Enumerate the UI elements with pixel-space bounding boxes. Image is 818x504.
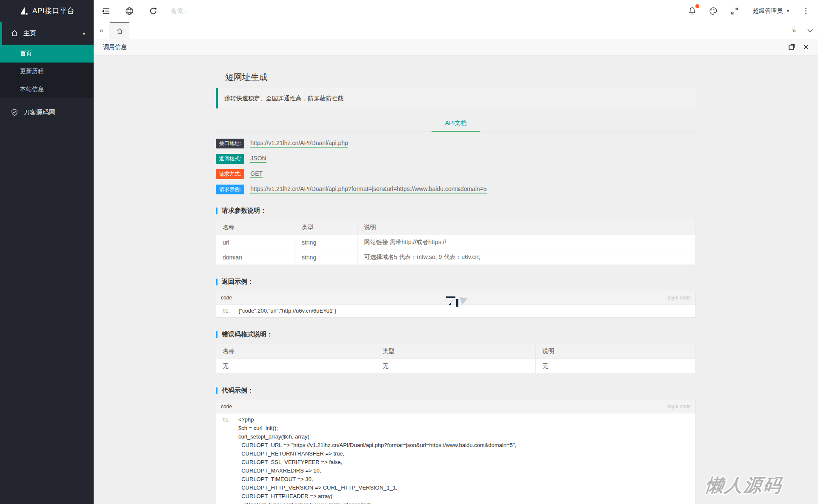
codeblock-body: 01. {"code":200,"url":"http://u6v.cn/6uE… (216, 305, 695, 317)
code-content: <?php $ch = curl_init(); curl_setopt_arr… (233, 413, 695, 504)
tab-bar: « » (94, 22, 818, 39)
refresh-icon[interactable] (141, 0, 165, 22)
code-line: "Content-Type: application/x-www-form-ur… (238, 501, 695, 504)
table-header-cell: 说明 (536, 344, 696, 359)
page-title: 短网址生成 (221, 71, 272, 83)
intro-quote: 跳转快速稳定、全国连通性高，防屏蔽防拦截 (216, 88, 696, 108)
api-field-row: 返回格式: JSON (216, 154, 696, 163)
tabs-scroll-left-icon[interactable]: « (94, 22, 110, 39)
field-label-badge: 返回格式: (216, 154, 244, 163)
sidebar-item-label: 主页 (23, 29, 36, 37)
home-tab-icon (116, 28, 123, 34)
page-content: 短网址生成 跳转快速稳定、全国连通性高，防屏蔽防拦截 API文档 接口地址: h… (94, 56, 818, 504)
sidebar-subitem-label: 首页 (20, 50, 32, 57)
table-header-cell: 名称 (216, 344, 376, 359)
sidebar-item-siteinfo[interactable]: 本站信息 (0, 80, 94, 98)
field-label-badge: 接口地址: (216, 139, 244, 148)
chevron-down-icon: ▼ (786, 9, 790, 13)
theme-palette-icon[interactable] (703, 0, 724, 22)
tabs-scroll-right-icon[interactable]: » (786, 22, 802, 39)
line-number-gutter: 01. (216, 413, 233, 504)
section-title-text: 返回示例： (222, 278, 254, 286)
sidebar-subitem-label: 本站信息 (20, 85, 44, 93)
tabs-menu-icon[interactable] (802, 22, 818, 39)
sidebar-item-label: 刀客源码网 (23, 108, 55, 117)
php-example-codeblock: code layui.code 01. <?php $ch = curl_ini… (216, 400, 696, 504)
request-example-link[interactable]: https://v1.21lhz.cn/API/Duanl/api.php?fo… (250, 185, 486, 194)
return-example-codeblock: code layui.code 01. {"code":200,"url":"h… (216, 291, 696, 318)
table-cell: 网站链接 需带http://或者https:// (358, 235, 696, 250)
section-title-text: 代码示例： (222, 387, 254, 395)
section-title-code-example: 代码示例： (216, 387, 696, 395)
code-line: CURLOPT_MAXREDIRS => 10, (238, 467, 695, 475)
section-marker-icon (216, 387, 217, 394)
app-title: API接口平台 (32, 6, 74, 16)
app-logo[interactable]: API接口平台 (0, 0, 94, 22)
api-field-row: 接口地址: https://v1.21lhz.cn/API/Duanl/api.… (216, 139, 696, 148)
code-line: CURLOPT_RETURNTRANSFER => true, (238, 450, 695, 458)
code-line: {"code":200,"url":"http://u6v.cn/6uEYo1"… (238, 307, 695, 315)
close-icon[interactable]: × (803, 44, 809, 50)
active-indicator-bar (0, 22, 2, 45)
sidebar: API接口平台 主页 ▲ 首页 更新历程 本站信息 刀客源码网 (0, 0, 94, 504)
codeblock-header: code layui.code (216, 400, 695, 413)
section-title-params: 请求参数说明： (216, 207, 696, 215)
table-header-row: 名称 类型 说明 (216, 220, 696, 235)
top-header: 超级管理员 ▼ (94, 0, 818, 22)
sidebar-item-daoke[interactable]: 刀客源码网 (0, 102, 94, 123)
home-icon (10, 29, 19, 37)
shield-check-icon (10, 108, 19, 117)
table-cell: domian (216, 250, 295, 265)
code-content: {"code":200,"url":"http://u6v.cn/6uEYo1"… (233, 305, 695, 317)
params-table: 名称 类型 说明 url string 网站链接 需带http://或者http… (216, 220, 696, 265)
header-left-group (94, 0, 350, 22)
section-title-text: 错误码格式说明： (222, 330, 273, 339)
api-url-link[interactable]: https://v1.21lhz.cn/API/Duanl/api.php (250, 140, 348, 148)
table-cell: 无 (376, 359, 536, 374)
panel-title: 调用信息 (103, 43, 127, 51)
table-header-cell: 说明 (358, 220, 696, 235)
tab-home[interactable] (110, 22, 129, 39)
table-row: 无 无 无 (216, 359, 696, 374)
table-cell: url (216, 235, 295, 250)
search-input[interactable] (171, 8, 350, 14)
table-cell: 无 (536, 359, 696, 374)
restore-window-icon[interactable] (789, 44, 795, 50)
user-menu[interactable]: 超级管理员 ▼ (745, 0, 798, 22)
panel-header: 调用信息 × (94, 39, 818, 56)
codeblock-header: code layui.code (216, 291, 695, 305)
api-field-row: 请求方式: GET (216, 169, 696, 179)
fullscreen-icon[interactable] (724, 0, 745, 22)
table-header-row: 名称 类型 说明 (216, 344, 696, 359)
codeblock-brand: layui.code (668, 404, 691, 410)
field-label-badge: 请求方式: (216, 169, 244, 179)
table-cell: 无 (216, 359, 376, 374)
codeblock-body: 01. <?php $ch = curl_init(); curl_setopt… (216, 413, 695, 504)
table-header-cell: 名称 (216, 220, 295, 235)
request-method-link[interactable]: GET (250, 170, 263, 178)
notification-bell-icon[interactable] (681, 0, 703, 22)
doc-tabs: API文档 (216, 115, 696, 132)
table-row: url string 网站链接 需带http://或者https:// (216, 235, 696, 250)
sidebar-item-home-parent[interactable]: 主页 ▲ (0, 22, 94, 45)
code-line: <?php (238, 416, 695, 424)
tab-api-doc[interactable]: API文档 (432, 115, 481, 132)
codeblock-title: code (221, 404, 232, 410)
section-marker-icon (216, 208, 217, 214)
code-line: $ch = curl_init(); (238, 424, 695, 433)
code-line: CURLOPT_TIMEOUT => 30, (238, 475, 695, 484)
collapse-sidebar-icon[interactable] (94, 0, 117, 22)
table-cell: string (295, 235, 358, 250)
globe-icon[interactable] (117, 0, 141, 22)
table-cell: string (295, 250, 358, 265)
sidebar-item-changelog[interactable]: 更新历程 (0, 63, 94, 80)
code-line: CURLOPT_HTTPHEADER => array( (238, 492, 695, 501)
sidebar-item-index[interactable]: 首页 (0, 45, 94, 63)
notification-badge (695, 4, 699, 8)
more-options-icon[interactable] (798, 0, 814, 22)
section-title-text: 请求参数说明： (222, 207, 266, 215)
return-format-link[interactable]: JSON (250, 155, 266, 163)
field-label-badge: 请求示例: (216, 185, 244, 194)
sidebar-subitem-label: 更新历程 (20, 68, 44, 75)
watermark: 懒人源码 (704, 473, 784, 497)
